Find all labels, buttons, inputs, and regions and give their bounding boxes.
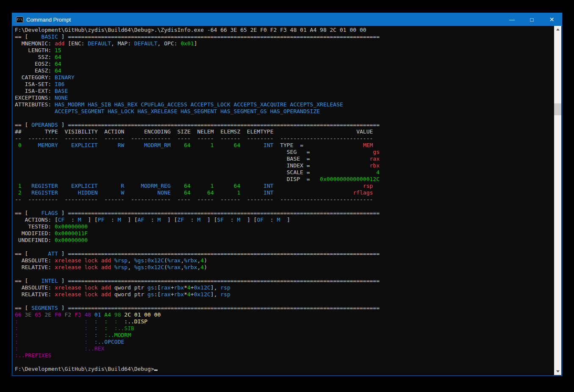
terminal-text: rsp (220, 284, 230, 291)
scrollbar[interactable] (554, 26, 561, 375)
terminal-text: MODRM_REG (124, 183, 171, 189)
terminal-text (15, 108, 55, 114)
terminal-text: ATT (31, 250, 58, 257)
terminal-text: :[ (154, 291, 161, 297)
terminal-text: MEMORY (22, 142, 58, 148)
close-button[interactable]: ✕ (542, 13, 562, 26)
terminal-text: 1 (191, 183, 214, 189)
terminal-text: DEFAULT (88, 40, 111, 47)
terminal-text: OPERANDS (31, 122, 58, 128)
window-controls: — □ ✕ (502, 13, 562, 26)
terminal-text: SEGMENTS (31, 305, 58, 311)
terminal-text: 64 (214, 183, 241, 189)
terminal-text: AF (138, 217, 144, 223)
terminal-text: : (104, 217, 117, 223)
terminal-text: BINARY (55, 74, 75, 81)
terminal-text: INTEL (31, 278, 58, 284)
terminal-text: :..OPCODE (88, 339, 124, 345)
terminal-text: == [ (15, 210, 31, 216)
terminal-text: : (263, 217, 277, 223)
scrollbar-down-button[interactable] (554, 368, 561, 375)
cmd-icon: C:\_ (16, 17, 23, 23)
terminal-text: %gs (134, 264, 144, 270)
terminal-line: == [ FLAGS ] ===========================… (15, 210, 554, 217)
terminal-line: ISA-SET: I86 (15, 81, 554, 88)
terminal-text: * (184, 284, 187, 291)
terminal-text: 2C 01 00 00 (121, 311, 161, 318)
scrollbar-thumb[interactable] (554, 103, 561, 115)
terminal-text: ) (204, 257, 207, 264)
terminal-line: ABSOLUTE: xrelease lock add %rsp, %gs:0x… (15, 257, 554, 264)
terminal-line: :..PREFIXES (15, 352, 554, 359)
minimize-button[interactable]: — (502, 13, 522, 26)
terminal-text: rflags (274, 189, 373, 196)
terminal-text: 0 (15, 142, 22, 148)
terminal-text: , MAP: (111, 40, 134, 47)
terminal-text: ] [ (240, 217, 257, 223)
terminal-text: 64 (214, 142, 241, 148)
terminal-line: LENGTH: 15 (15, 47, 554, 54)
terminal-text: 64 (191, 189, 214, 196)
terminal-line: MNEMONIC: add [ENC: DEFAULT, MAP: DEFAUL… (15, 40, 554, 47)
terminal-line (15, 203, 554, 210)
terminal-text: : (144, 217, 157, 223)
terminal-text: : (88, 318, 97, 325)
terminal-line: RELATIVE: xrelease lock add qword ptr gs… (15, 291, 554, 298)
terminal-text: 1 (191, 142, 214, 148)
terminal-line: BASE = rax (15, 156, 554, 162)
terminal-text: add (55, 40, 64, 47)
terminal-line: 66 3E 65 2E F0 F2 F3 48 01 A4 98 2C 01 0… (15, 311, 554, 318)
terminal-text: 4 (187, 284, 191, 291)
terminal-line: ISA-EXT: BASE (15, 88, 554, 95)
terminal-text: ( (164, 264, 167, 270)
terminal-text: : (88, 332, 97, 338)
terminal-text: EOSZ: (15, 61, 55, 67)
terminal-text: ] ======================================… (58, 122, 380, 128)
terminal-line: == [ OPERANDS ] ========================… (15, 122, 554, 128)
terminal-text: NONE (55, 95, 68, 101)
terminal-text: MODIFIED: (15, 230, 55, 236)
terminal-text: FLAGS (31, 210, 58, 216)
terminal-text: 0x00000000 (55, 237, 88, 243)
command-prompt-window: C:\_ Command Prompt — □ ✕ F:\Development… (12, 13, 562, 376)
terminal-text: ] [ (200, 217, 217, 223)
terminal-text: REGISTER (22, 183, 58, 189)
terminal-text: gs (310, 149, 380, 155)
terminal-text: 64 (55, 67, 61, 74)
terminal-line: -- --------- ---------- ------ ---------… (15, 135, 554, 142)
terminal-text: : (18, 318, 88, 325)
terminal-text: rbx (174, 291, 184, 297)
terminal-text: : (108, 318, 117, 325)
terminal-text: ZF (177, 217, 184, 223)
terminal-text: F2 (61, 311, 71, 318)
terminal-text: CF (58, 217, 65, 223)
terminal-text: MODRM_RM (124, 142, 171, 148)
terminal-text: : (15, 332, 18, 338)
terminal-text: : (64, 217, 78, 223)
terminal-text: A4 (101, 311, 111, 318)
terminal-text: REGISTER (22, 189, 58, 196)
terminal-text: 98 (111, 311, 121, 318)
scrollbar-up-button[interactable] (554, 26, 561, 33)
terminal-text: : (18, 325, 88, 331)
terminal-line: : : : :..MODRM (15, 332, 554, 339)
terminal-text: ], (211, 284, 220, 291)
terminal-text: == [ (15, 33, 31, 40)
terminal-text (15, 156, 287, 162)
terminal-text: :..DISP (118, 318, 147, 325)
terminal-line (15, 298, 554, 305)
terminal-text: ACCEPTS_SEGMENT HAS_LOCK HAS_XRELEASE HA… (55, 108, 320, 114)
terminal-text: 01 (91, 311, 101, 318)
maximize-button[interactable]: □ (522, 13, 542, 26)
terminal-line: 0 MEMORY EXPLICIT RW MODRM_RM 64 1 64 IN… (15, 142, 554, 149)
terminal-line: : : : : :..SIB (15, 325, 554, 332)
terminal-text: EXPLICIT (58, 183, 98, 189)
terminal-line: MODIFIED: 0x0000011F (15, 230, 554, 237)
title-bar[interactable]: C:\_ Command Prompt — □ ✕ (12, 13, 562, 26)
terminal-text: == [ (15, 305, 31, 311)
terminal-output[interactable]: F:\Development\GitHub\zydis\Build64\Debu… (13, 26, 554, 375)
terminal-text: 0x12C (194, 291, 211, 297)
terminal-text: rsp (274, 183, 373, 189)
terminal-text: 3E (22, 311, 31, 318)
terminal-text: 4 (187, 291, 191, 297)
